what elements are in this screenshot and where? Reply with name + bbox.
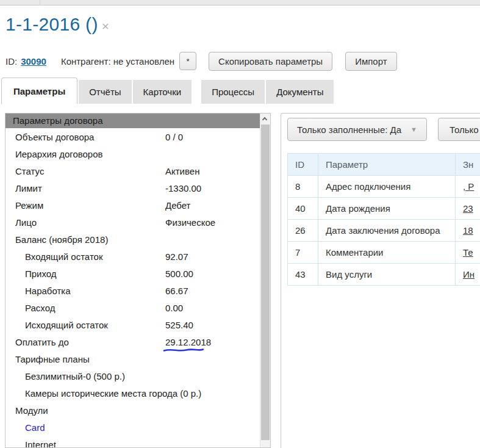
module-card-label[interactable]: Card <box>25 422 45 433</box>
param-label: Лицо <box>15 217 37 228</box>
col-header-param[interactable]: Параметр <box>318 154 456 176</box>
param-label: Безлимитный-0 (500 р.) <box>25 371 125 381</box>
chevron-down-icon: ▼ <box>410 126 417 133</box>
cell-value-link[interactable]: , Р <box>456 176 480 198</box>
param-row-modules[interactable]: Модули <box>5 402 260 419</box>
param-label: Статус <box>15 166 44 176</box>
param-label: Наработка <box>25 286 71 296</box>
pay-until-value: 29.12.2018 <box>165 337 211 347</box>
tab-dokumenty[interactable]: Документы <box>266 80 334 104</box>
param-row-person[interactable]: Лицо Физическое <box>5 214 260 231</box>
contract-title-row: 1-1-2016 () × <box>5 14 109 35</box>
filter-second-dropdown[interactable]: Только <box>438 118 480 141</box>
cell-id: 40 <box>288 198 318 220</box>
chevron-up-icon <box>262 117 267 122</box>
tab-otchety[interactable]: Отчёты <box>79 80 131 104</box>
cell-param: Вид услуги <box>318 264 456 286</box>
tab-kartochki[interactable]: Карточки <box>133 80 192 104</box>
param-label: Камеры исторические места города (0 р.) <box>25 388 201 399</box>
filter-second-label: Только <box>450 125 479 135</box>
module-link-card[interactable]: Card <box>5 419 260 436</box>
param-label: Расход <box>25 303 55 313</box>
copy-params-button[interactable]: Скопировать параметры <box>209 52 332 71</box>
filter-filled-dropdown[interactable]: Только заполненные: Да ▼ <box>287 118 427 141</box>
param-row-outgoing-balance[interactable]: Исходящий остаток 525.40 <box>5 316 260 333</box>
params-table: ID Параметр Зн 8 Адрес подключения , Р 4… <box>287 153 480 286</box>
table-row-service-type[interactable]: 43 Вид услуги Ин <box>288 264 480 286</box>
close-icon[interactable]: × <box>102 19 109 34</box>
contract-params-list: Параметры договора Объекты договора 0 / … <box>5 114 260 447</box>
contract-id-link[interactable]: 30090 <box>21 56 46 67</box>
tab-parametry[interactable]: Параметры <box>1 78 77 104</box>
table-header-row: ID Параметр Зн <box>288 154 480 176</box>
cell-id: 8 <box>288 176 318 198</box>
param-label: Иерархия договоров <box>15 149 103 159</box>
param-value: Физическое <box>165 217 215 228</box>
param-row-contract-hierarchy[interactable]: Иерархия договоров <box>5 145 260 162</box>
star-button[interactable]: * <box>179 52 196 70</box>
scrollbar-up-button[interactable] <box>260 114 270 125</box>
param-label: Исходящий остаток <box>25 320 108 330</box>
table-row-birth-date[interactable]: 40 Дата рождения 23 <box>288 198 480 220</box>
params-section-header[interactable]: Параметры договора <box>5 114 260 128</box>
page-title: 1-1-2016 () <box>5 14 98 35</box>
tab-protsessy[interactable]: Процессы <box>201 80 265 104</box>
param-row-limit[interactable]: Лимит -1330.00 <box>5 179 260 197</box>
cell-value-text[interactable]: 18 <box>463 225 473 236</box>
module-row-internet[interactable]: Internet <box>5 436 260 447</box>
param-row-balance[interactable]: Баланс (ноября 2018) <box>5 231 260 248</box>
param-row-mode[interactable]: Режим Дебет <box>5 197 260 214</box>
param-row-contract-objects[interactable]: Объекты договора 0 / 0 <box>5 128 260 145</box>
param-value: -1330.00 <box>165 183 201 193</box>
cell-value-text[interactable]: Ин <box>463 269 475 280</box>
col-header-id[interactable]: ID <box>288 154 318 176</box>
param-value: 66.67 <box>165 286 188 296</box>
param-label: Входящий остаток <box>25 251 103 262</box>
param-row-status[interactable]: Статус Активен <box>5 162 260 179</box>
param-label: Объекты договора <box>15 132 94 142</box>
cell-value-text[interactable]: , Р <box>463 181 474 192</box>
contract-id-label: ID: <box>5 56 17 67</box>
scrollbar-thumb[interactable] <box>261 125 270 440</box>
module-internet-label: Internet <box>25 439 56 448</box>
cell-value-text[interactable]: Те <box>463 247 473 258</box>
cell-id: 7 <box>288 242 318 264</box>
left-panel-scrollbar[interactable] <box>260 114 270 447</box>
contract-tabs: Параметры Отчёты Карточки Процессы Докум… <box>1 78 335 104</box>
param-label: Режим <box>15 200 43 211</box>
browser-top-strip <box>0 0 480 5</box>
import-button[interactable]: Импорт <box>345 52 396 71</box>
top-strip-divider <box>40 0 40 5</box>
table-row-connection-address[interactable]: 8 Адрес подключения , Р <box>288 176 480 198</box>
param-row-expense[interactable]: Расход 0.00 <box>5 299 260 316</box>
param-row-tariff-unlimited[interactable]: Безлимитный-0 (500 р.) <box>5 367 260 385</box>
cell-id: 43 <box>288 264 318 286</box>
cell-param: Комментарии <box>318 242 456 264</box>
param-label: Модули <box>15 405 48 416</box>
table-row-contract-date[interactable]: 26 Дата заключения договора 18 <box>288 220 480 242</box>
param-value: 92.07 <box>165 251 188 262</box>
cell-value-link[interactable]: 18 <box>456 220 480 242</box>
param-row-tariff-cameras[interactable]: Камеры исторические места города (0 р.) <box>5 385 260 402</box>
params-table-panel: Только заполненные: Да ▼ Только ID Парам… <box>281 113 480 448</box>
table-filters-row: Только заполненные: Да ▼ Только <box>281 114 480 141</box>
param-row-incoming-balance[interactable]: Входящий остаток 92.07 <box>5 248 260 265</box>
param-label: Тарифные планы <box>15 354 90 364</box>
param-row-earned[interactable]: Наработка 66.67 <box>5 282 260 299</box>
param-row-pay-until[interactable]: Оплатить до 29.12.2018 <box>5 333 260 350</box>
cell-param: Дата заключения договора <box>318 220 456 242</box>
filter-filled-label: Только заполненные: Да <box>297 125 401 135</box>
param-value: Активен <box>165 166 199 176</box>
cell-value-link[interactable]: Те <box>456 242 480 264</box>
param-value: 0.00 <box>165 303 183 313</box>
cell-value-text[interactable]: 23 <box>463 203 473 214</box>
col-header-value[interactable]: Зн <box>456 154 480 176</box>
param-row-income[interactable]: Приход 500.00 <box>5 265 260 282</box>
counterparty-label: Контрагент: не установлен <box>61 56 174 67</box>
param-row-tariff-plans[interactable]: Тарифные планы <box>5 350 260 367</box>
cell-param: Дата рождения <box>318 198 456 220</box>
cell-value-link[interactable]: Ин <box>456 264 480 286</box>
cell-value-link[interactable]: 23 <box>456 198 480 220</box>
param-label: Баланс (ноября 2018) <box>15 234 108 245</box>
table-row-comments[interactable]: 7 Комментарии Те <box>288 242 480 264</box>
